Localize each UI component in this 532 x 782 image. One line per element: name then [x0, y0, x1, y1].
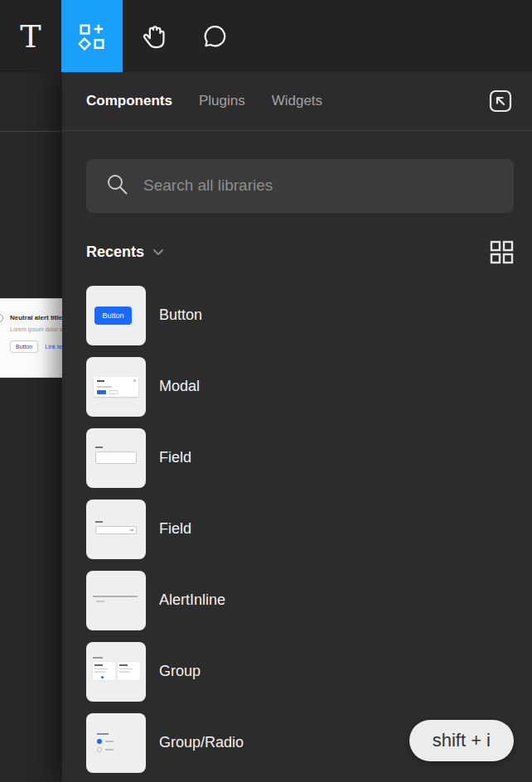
keyboard-shortcut-badge: shift + i: [409, 720, 514, 761]
components-panel: Components Plugins Widgets Recents: [62, 72, 532, 782]
thumb-modal-preview: [94, 377, 138, 397]
recents-title-label: Recents: [86, 244, 144, 261]
search-icon: [106, 173, 128, 199]
thumb-field-preview: [95, 447, 137, 464]
shortcut-label: shift + i: [433, 730, 491, 751]
recents-header: Recents: [86, 240, 514, 264]
tab-widgets[interactable]: Widgets: [272, 93, 322, 109]
canvas-frame-edge: [0, 131, 62, 132]
text-tool-button[interactable]: T: [0, 0, 61, 72]
alert-card-button[interactable]: Button: [10, 340, 38, 353]
item-label: Group/Radio: [159, 734, 244, 751]
canvas-area: Neutral alert title Lorem ipsum dolor am…: [0, 72, 62, 782]
hand-icon: [138, 21, 169, 52]
list-item-alertinline[interactable]: AlertInline: [86, 571, 514, 630]
canvas-alert-card[interactable]: Neutral alert title Lorem ipsum dolor am…: [0, 298, 62, 378]
item-label: Modal: [159, 378, 200, 395]
list-item-field-1[interactable]: Field: [86, 428, 514, 488]
tab-components[interactable]: Components: [86, 93, 172, 109]
search-input[interactable]: [143, 176, 494, 195]
panel-header: Components Plugins Widgets: [62, 72, 532, 131]
alert-card-title: Neutral alert title: [10, 314, 62, 321]
recents-dropdown[interactable]: Recents: [86, 244, 166, 261]
button-component-thumbnail: Button: [86, 286, 146, 345]
arrow-up-left-icon: [487, 88, 514, 114]
toolbar: T: [0, 0, 532, 72]
chevron-down-icon: [151, 244, 166, 259]
grid-view-icon: [490, 240, 514, 264]
field-component-thumbnail: [86, 428, 146, 488]
list-item-field-2[interactable]: Field: [86, 500, 514, 559]
item-label: Group: [159, 663, 201, 680]
list-item-button[interactable]: Button Button: [86, 286, 514, 345]
text-tool-icon: T: [20, 21, 41, 52]
grid-view-button[interactable]: [490, 240, 514, 264]
comment-tool-button[interactable]: [184, 0, 245, 72]
list-item-modal[interactable]: Modal: [86, 357, 514, 417]
thumb-alert-preview: [93, 596, 141, 602]
item-label: Field: [159, 520, 191, 538]
item-label: AlertInline: [159, 591, 225, 609]
search-box[interactable]: [86, 159, 514, 213]
thumb-button-preview: Button: [94, 307, 132, 325]
pop-out-panel-button[interactable]: [487, 88, 514, 114]
thumb-group-preview: [93, 657, 141, 680]
assets-tool-button[interactable]: [61, 0, 123, 72]
group-radio-component-thumbnail: [86, 713, 146, 773]
alertinline-component-thumbnail: [86, 571, 146, 630]
list-item-group[interactable]: Group: [86, 642, 514, 702]
recents-list: Button Button Modal Field: [86, 286, 514, 782]
hand-tool-button[interactable]: [123, 0, 184, 72]
item-label: Button: [159, 307, 202, 324]
tab-plugins[interactable]: Plugins: [199, 93, 245, 109]
info-icon: [0, 314, 3, 322]
components-icon: [77, 22, 107, 51]
comment-bubble-icon: [200, 22, 230, 51]
item-label: Field: [159, 449, 191, 466]
panel-tabs: Components Plugins Widgets: [86, 93, 322, 109]
alert-card-link[interactable]: Link text: [45, 344, 62, 350]
alert-card-body: Lorem ipsum dolor amet consec: [10, 326, 62, 332]
thumb-field-preview: [95, 521, 137, 534]
thumb-radio-preview: [97, 733, 114, 756]
field-component-thumbnail: [86, 500, 146, 559]
group-component-thumbnail: [86, 642, 146, 702]
modal-component-thumbnail: [86, 357, 146, 417]
